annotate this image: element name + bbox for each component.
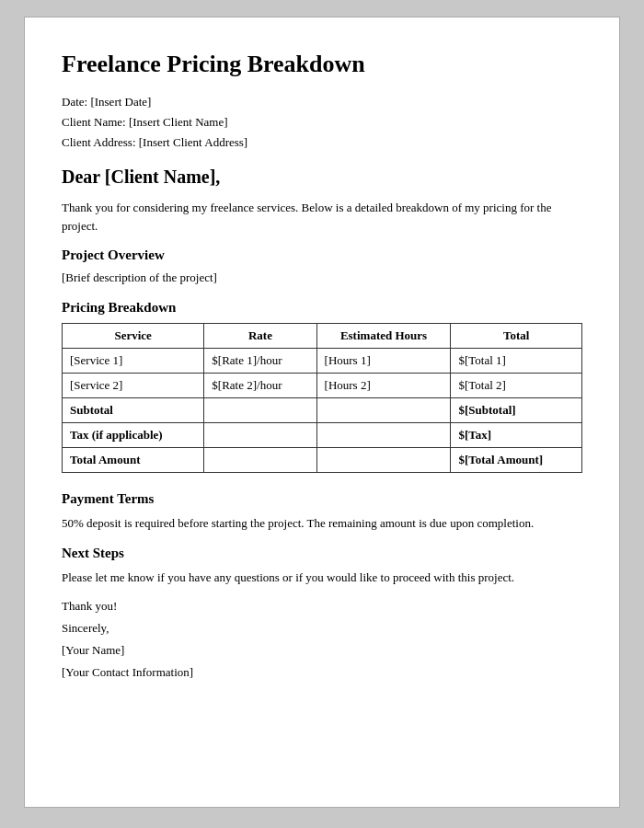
cell-service: [Service 2] (63, 374, 204, 398)
client-address-line: Client Address: [Insert Client Address] (62, 135, 582, 150)
cell-service: Subtotal (63, 398, 204, 423)
col-header-service: Service (63, 324, 204, 349)
cell-total: $[Total 1] (451, 349, 582, 374)
cell-total: $[Total Amount] (451, 448, 582, 473)
next-steps-text: Please let me know if you have any quest… (62, 569, 582, 587)
cell-rate (204, 448, 316, 473)
intro-text: Thank you for considering my freelance s… (62, 199, 582, 235)
cell-hours (316, 448, 451, 473)
cell-total: $[Tax] (451, 423, 582, 448)
table-row: Total Amount$[Total Amount] (63, 448, 582, 473)
table-row: [Service 2]$[Rate 2]/hour[Hours 2]$[Tota… (63, 374, 582, 398)
salutation: Dear [Client Name], (62, 167, 582, 188)
cell-rate (204, 398, 316, 423)
cell-hours: [Hours 2] (316, 374, 451, 398)
cell-rate (204, 423, 316, 448)
col-header-hours: Estimated Hours (316, 324, 451, 349)
cell-hours (316, 423, 451, 448)
table-header-row: Service Rate Estimated Hours Total (63, 324, 582, 349)
payment-terms-heading: Payment Terms (62, 491, 582, 507)
cell-total: $[Total 2] (451, 374, 582, 398)
payment-terms-text: 50% deposit is required before starting … (62, 514, 582, 533)
cell-service: Tax (if applicable) (63, 423, 204, 448)
cell-hours: [Hours 1] (316, 349, 451, 374)
document-title: Freelance Pricing Breakdown (62, 51, 582, 78)
table-row: Subtotal$[Subtotal] (63, 398, 582, 423)
client-name-line: Client Name: [Insert Client Name] (62, 115, 582, 130)
contact-placeholder: [Your Contact Information] (62, 665, 582, 680)
sincerely-line: Sincerely, (62, 621, 582, 636)
document: Freelance Pricing Breakdown Date: [Inser… (24, 17, 620, 808)
cell-service: [Service 1] (63, 349, 204, 374)
col-header-rate: Rate (204, 324, 316, 349)
cell-service: Total Amount (63, 448, 204, 473)
table-row: Tax (if applicable)$[Tax] (63, 423, 582, 448)
cell-total: $[Subtotal] (451, 398, 582, 423)
project-overview-heading: Project Overview (62, 247, 582, 263)
col-header-total: Total (451, 324, 582, 349)
next-steps-heading: Next Steps (62, 546, 582, 561)
table-row: [Service 1]$[Rate 1]/hour[Hours 1]$[Tota… (63, 349, 582, 374)
project-description: [Brief description of the project] (62, 270, 582, 285)
thank-you-line: Thank you! (62, 599, 582, 614)
date-line: Date: [Insert Date] (62, 95, 582, 109)
pricing-breakdown-heading: Pricing Breakdown (62, 300, 582, 316)
cell-rate: $[Rate 2]/hour (204, 374, 316, 398)
closing-section: Thank you! Sincerely, [Your Name] [Your … (62, 599, 582, 680)
name-placeholder: [Your Name] (62, 643, 582, 658)
pricing-table: Service Rate Estimated Hours Total [Serv… (62, 323, 582, 473)
cell-rate: $[Rate 1]/hour (204, 349, 316, 374)
cell-hours (316, 398, 451, 423)
